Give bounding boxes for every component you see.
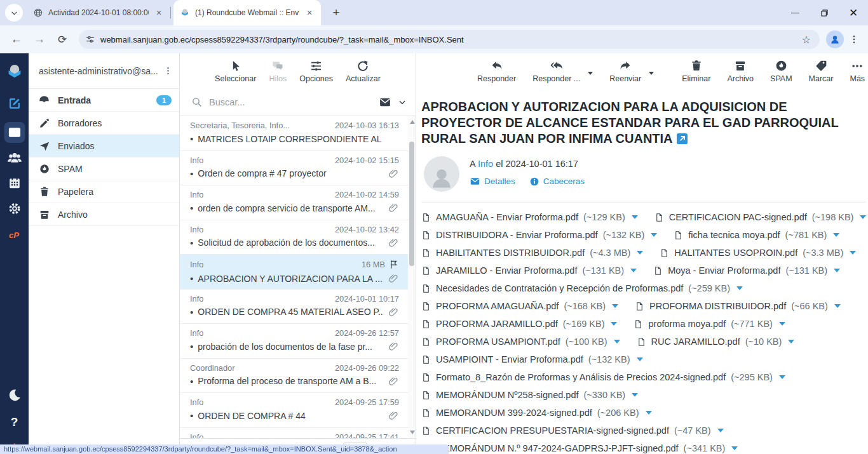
reload-button[interactable]: ⟳	[52, 29, 72, 50]
headers-toggle[interactable]: Cabeceras	[529, 177, 585, 187]
attachment-name[interactable]: proforma moya.pdf	[648, 319, 726, 329]
attachment-name[interactable]: JARAMILLO - Enviar Proforma.pdf	[436, 265, 577, 276]
reply-button[interactable]: Responder	[477, 59, 516, 83]
options-button[interactable]: Opciones	[299, 60, 333, 83]
tab-search-button[interactable]	[5, 4, 23, 22]
attachment-item[interactable]: JARAMILLO - Enviar Proforma.pdf (~131 KB…	[421, 265, 637, 277]
attachment-item[interactable]: DISTRIBUIDORA - Enviar Proforma.pdf (~13…	[421, 229, 657, 241]
message-list-item[interactable]: Info 2024-09-26 12:57 • probación de los…	[180, 324, 416, 359]
attachment-dropdown-icon[interactable]	[637, 357, 643, 361]
scrollbar-thumb[interactable]	[409, 142, 414, 266]
message-list-item[interactable]: Info 2024-09-25 17:41 •	[180, 428, 416, 439]
browser-tab-2[interactable]: (1) Roundcube Webmail :: Envia ×	[173, 0, 321, 25]
attachment-dropdown-icon[interactable]	[834, 269, 840, 272]
attachment-dropdown-icon[interactable]	[860, 215, 866, 219]
sidebar-item-entrada[interactable]: Entrada 1	[29, 89, 179, 112]
attachment-dropdown-icon[interactable]	[731, 446, 738, 450]
roundcube-logo[interactable]	[5, 62, 24, 81]
help-icon[interactable]: ?	[11, 415, 18, 429]
attachment-dropdown-icon[interactable]	[834, 304, 841, 308]
attachment-dropdown-icon[interactable]	[779, 322, 785, 326]
back-button[interactable]: ←	[6, 29, 27, 50]
message-list-item[interactable]: Info 2024-10-02 13:42 • Solicitud de apr…	[180, 220, 416, 255]
list-scrollbar[interactable]	[408, 116, 416, 438]
attachment-item[interactable]: HABILITANTES DISTRIBUIDOR.pdf (~4.3 MB)	[421, 247, 643, 259]
attachment-name[interactable]: Formato_8_Razón de Proformas y Análisis …	[436, 372, 726, 382]
search-options-chevron-icon[interactable]	[398, 98, 407, 107]
attachment-dropdown-icon[interactable]	[850, 251, 856, 255]
mail-icon[interactable]	[4, 122, 25, 143]
message-list-item[interactable]: Info 2024-10-02 14:59 • orden de compra …	[180, 185, 416, 220]
tab-close-icon[interactable]: ×	[304, 8, 315, 18]
attachment-dropdown-icon[interactable]	[614, 340, 620, 344]
attachment-item[interactable]: PROFORMA USAMPIONT.pdf (~100 KB)	[421, 336, 620, 348]
reply-all-button[interactable]: Responder ...	[532, 59, 580, 83]
attachment-item[interactable]: Formato_8_Razón de Proformas y Análisis …	[421, 371, 785, 384]
window-restore-button[interactable]	[810, 0, 839, 25]
attachment-item[interactable]: MEMORÁNDUM N.º 947-2024-GADPRSJ-PJFT-sig…	[421, 443, 738, 454]
attachment-dropdown-icon[interactable]	[630, 269, 637, 272]
reply-all-dropdown-icon[interactable]	[588, 72, 593, 75]
new-tab-button[interactable]: +	[327, 4, 345, 22]
attachment-name[interactable]: Necesidades de Contratación y Recepción …	[436, 283, 683, 293]
attachment-item[interactable]: MEMORÁNDUM Nº258-signed.pdf (~330 KB)	[421, 389, 638, 401]
settings-gear-icon[interactable]	[7, 201, 22, 216]
refresh-button[interactable]: Actualizar	[346, 60, 381, 83]
forward-button[interactable]: Reenviar	[609, 59, 641, 83]
attachment-name[interactable]: CERTIFICACION PRESUPUESTARIA-signed-sign…	[436, 425, 669, 436]
attachment-dropdown-icon[interactable]	[611, 322, 617, 326]
message-list-item[interactable]: Secretaria, Tesoreria, Info... 2024-10-0…	[180, 116, 416, 151]
attachment-name[interactable]: RUC JARAMILLO.pdf	[651, 337, 740, 347]
attachment-item[interactable]: CERTIFICACION PRESUPUESTARIA-signed-sign…	[421, 425, 724, 437]
attachment-item[interactable]: PROFORMA JARAMILLO.pdf (~169 KB)	[421, 318, 617, 330]
attachment-item[interactable]: MEMORANDUM 399-2024-signed.pdf (~206 KB)	[421, 407, 652, 419]
site-settings-icon[interactable]	[85, 34, 95, 44]
scope-envelope-icon[interactable]	[379, 96, 391, 109]
attachment-name[interactable]: USAMPIOINT - Enviar Proforma.pdf	[436, 354, 583, 364]
attachment-item[interactable]: proforma moya.pdf (~771 KB)	[634, 318, 785, 330]
attachment-name[interactable]: ficha tecnica moya.pdf	[688, 230, 780, 240]
attachment-name[interactable]: DISTRIBUIDORA - Enviar Proforma.pdf	[436, 230, 598, 240]
attachment-item[interactable]: Moya - Enviar Proforma.pdf (~131 KB)	[653, 265, 840, 277]
window-minimize-button[interactable]	[780, 0, 810, 25]
account-menu-icon[interactable]	[163, 66, 173, 76]
open-in-new-window-icon[interactable]	[677, 133, 688, 144]
select-button[interactable]: Seleccionar	[215, 60, 256, 83]
attachment-dropdown-icon[interactable]	[833, 233, 839, 237]
attachment-item[interactable]: Necesidades de Contratación y Recepción …	[421, 283, 743, 295]
recipient-link[interactable]: Info	[478, 159, 493, 169]
more-button[interactable]: Más	[850, 59, 865, 83]
attachment-item[interactable]: PROFORMA DISTRIBUIDOR.pdf (~66 KB)	[635, 300, 841, 312]
address-bar[interactable]: webmail.sanjuan.gob.ec/cpsess8592294337/…	[79, 30, 820, 49]
message-list-item[interactable]: Info 2024-10-02 15:15 • Orden de compra …	[180, 151, 416, 186]
threads-button[interactable]: Hilos	[269, 60, 287, 83]
browser-profile-avatar[interactable]	[826, 30, 844, 48]
attachment-name[interactable]: PROFORMA DISTRIBUIDOR.pdf	[649, 301, 786, 311]
attachment-item[interactable]: CERTIFICACION PAC-signed.pdf (~198 KB)	[654, 211, 867, 224]
attachment-name[interactable]: HABILITANTES DISTRIBUIDOR.pdf	[436, 248, 585, 258]
attachment-item[interactable]: HALITANTES USOPROIN.pdf (~3.3 MB)	[660, 247, 856, 259]
message-list-item[interactable]: Info 2024-10-01 10:17 • ORDEN DE COMPRA …	[180, 290, 416, 324]
mark-button[interactable]: Marcar	[809, 59, 834, 83]
scroll-down-icon[interactable]	[410, 431, 415, 434]
bookmark-star-icon[interactable]: ☆	[799, 34, 813, 46]
attachment-name[interactable]: Moya - Enviar Proforma.pdf	[668, 265, 780, 276]
attachment-dropdown-icon[interactable]	[637, 251, 643, 255]
sidebar-item-archivo[interactable]: Archivo	[29, 203, 179, 226]
attachment-name[interactable]: PROFORMA AMAGUAÑA.pdf	[436, 301, 559, 311]
cpanel-icon[interactable]	[7, 227, 22, 243]
attachment-dropdown-icon[interactable]	[788, 340, 794, 344]
search-input[interactable]	[209, 97, 372, 107]
details-toggle[interactable]: Detalles	[470, 176, 515, 187]
tab-close-icon[interactable]: ×	[154, 8, 164, 18]
spam-button[interactable]: SPAM	[770, 59, 792, 83]
attachment-item[interactable]: AMAGUAÑA - Enviar Proforma.pdf (~129 KB)	[421, 211, 638, 224]
attachment-name[interactable]: MEMORANDUM 399-2024-signed.pdf	[436, 408, 592, 418]
contacts-icon[interactable]	[6, 150, 22, 166]
forward-dropdown-icon[interactable]	[649, 72, 654, 75]
scroll-up-icon[interactable]	[410, 120, 415, 124]
browser-menu-icon[interactable]	[846, 30, 862, 48]
attachment-dropdown-icon[interactable]	[736, 286, 743, 290]
attachment-dropdown-icon[interactable]	[646, 411, 652, 415]
attachment-item[interactable]: ficha tecnica moya.pdf (~781 KB)	[674, 229, 839, 241]
